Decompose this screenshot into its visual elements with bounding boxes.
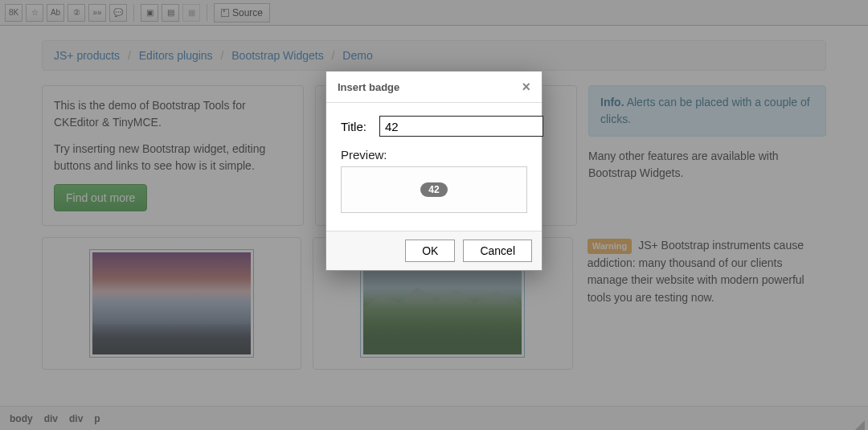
ok-button[interactable]: OK bbox=[405, 240, 455, 262]
preview-badge: 42 bbox=[420, 182, 447, 197]
dialog-header: Insert badge × bbox=[326, 72, 542, 103]
modal-overlay: Insert badge × Title: Preview: 42 OK Can… bbox=[0, 0, 868, 430]
insert-badge-dialog: Insert badge × Title: Preview: 42 OK Can… bbox=[326, 71, 542, 271]
dialog-body: Title: Preview: 42 bbox=[326, 103, 542, 231]
dialog-title: Insert badge bbox=[338, 81, 399, 93]
preview-label: Preview: bbox=[341, 148, 527, 162]
cancel-button[interactable]: Cancel bbox=[463, 240, 532, 262]
close-icon[interactable]: × bbox=[522, 80, 530, 94]
preview-box: 42 bbox=[341, 166, 527, 213]
title-label: Title: bbox=[341, 120, 366, 133]
dialog-footer: OK Cancel bbox=[326, 231, 542, 270]
title-input[interactable] bbox=[379, 116, 543, 137]
